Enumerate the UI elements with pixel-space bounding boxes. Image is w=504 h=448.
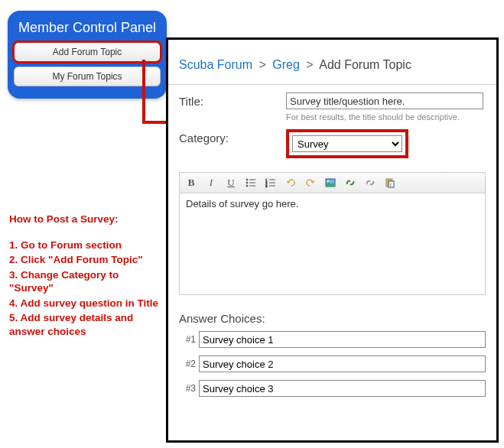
instructions-heading: How to Post a Survey:	[9, 213, 162, 226]
bullet-list-button[interactable]	[244, 176, 258, 190]
answer-input-1[interactable]	[199, 331, 486, 348]
answer-number: #1	[179, 334, 196, 345]
answer-row: #3	[179, 380, 486, 397]
title-label: Title:	[179, 93, 286, 108]
instruction-step: 2. Click "Add Forum Topic"	[9, 253, 162, 267]
title-input[interactable]	[286, 93, 483, 109]
answer-row: #2	[179, 355, 486, 372]
answer-input-2[interactable]	[199, 355, 486, 372]
editor-toolbar: B I U 123 T	[180, 173, 485, 193]
category-label: Category:	[179, 129, 286, 144]
redo-button[interactable]	[304, 176, 317, 190]
svg-text:T: T	[389, 183, 392, 187]
add-forum-topic-button[interactable]: Add Forum Topic	[14, 42, 161, 62]
member-control-panel: Member Control Panel Add Forum Topic My …	[8, 11, 167, 99]
control-panel-title: Member Control Panel	[14, 17, 161, 42]
breadcrumb: Scuba Forum > Greg > Add Forum Topic	[168, 40, 496, 80]
svg-point-13	[327, 180, 330, 183]
paste-button[interactable]: T	[383, 176, 397, 190]
title-hint: For best results, the title should be de…	[286, 112, 486, 122]
breadcrumb-current: Add Forum Topic	[319, 58, 411, 71]
numbered-list-button[interactable]: 123	[264, 176, 278, 190]
svg-point-0	[246, 179, 248, 180]
link-button[interactable]	[343, 176, 357, 190]
breadcrumb-link-user[interactable]: Greg	[272, 58, 300, 71]
answer-choices-section: Answer Choices: #1 #2 #3	[168, 295, 496, 397]
unlink-button[interactable]	[363, 176, 377, 190]
breadcrumb-sep: >	[259, 58, 266, 71]
rich-text-editor: B I U 123 T	[179, 172, 486, 295]
instruction-step: 4. Add survey question in Title	[9, 297, 162, 310]
instructions-list: 1. Go to Forum section 2. Click "Add For…	[9, 239, 162, 339]
italic-button[interactable]: I	[204, 176, 218, 190]
add-forum-topic-form: Scuba Forum > Greg > Add Forum Topic Tit…	[166, 37, 499, 443]
svg-point-2	[246, 182, 248, 183]
answer-number: #3	[179, 383, 196, 394]
answer-number: #2	[179, 359, 196, 369]
answer-row: #1	[179, 331, 486, 348]
answer-choices-label: Answer Choices:	[179, 312, 486, 325]
instruction-step: 1. Go to Forum section	[9, 239, 162, 252]
category-select[interactable]: Survey	[292, 135, 402, 152]
svg-text:3: 3	[265, 184, 268, 188]
image-button[interactable]	[324, 176, 337, 190]
underline-button[interactable]: U	[224, 176, 238, 190]
editor-content[interactable]: Details of survey go here.	[180, 193, 485, 294]
my-forum-topics-button[interactable]: My Forum Topics	[14, 67, 161, 86]
instructions-panel: How to Post a Survey: 1. Go to Forum sec…	[9, 213, 162, 339]
category-highlight: Survey	[286, 129, 408, 158]
breadcrumb-sep: >	[306, 58, 313, 71]
breadcrumb-link-forum[interactable]: Scuba Forum	[179, 58, 252, 71]
bold-button[interactable]: B	[184, 176, 198, 190]
answer-input-3[interactable]	[199, 380, 486, 397]
undo-button[interactable]	[284, 176, 298, 190]
svg-point-4	[246, 185, 248, 187]
instruction-step: 3. Change Category to "Survey"	[9, 268, 162, 295]
instruction-step: 5. Add survey details and answer choices	[9, 311, 162, 338]
